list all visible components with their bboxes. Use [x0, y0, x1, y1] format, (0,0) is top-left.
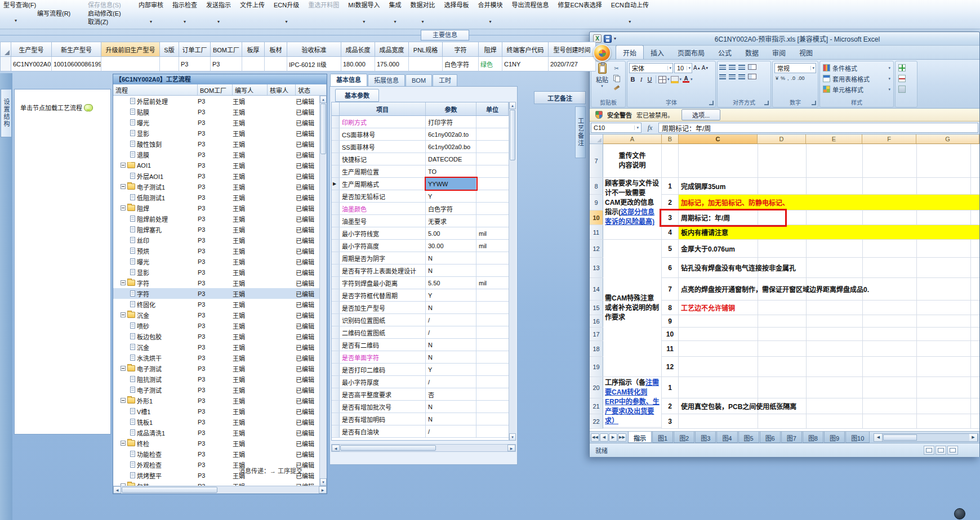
param-value-cell[interactable]: N — [426, 339, 476, 351]
dropdown-arrow-icon[interactable]: ▾ — [15, 18, 86, 23]
process-node-row[interactable]: 功能检查 P3 王娟 已编辑 — [113, 449, 319, 459]
toolbar-write-flow-button[interactable]: 编写流程(R) — [35, 10, 86, 18]
param-row[interactable]: 是否有字符上表面处理设计 N — [332, 265, 509, 277]
cell-value[interactable] — [242, 57, 265, 71]
scroll-right-button[interactable]: ▶ — [507, 445, 515, 451]
toolbar-item[interactable]: 指示检查 ▾ — [168, 1, 202, 27]
param-row[interactable]: 最小字符厚度 / — [332, 376, 509, 388]
param-value-cell[interactable]: N — [426, 351, 476, 363]
page-layout-view-button[interactable] — [936, 446, 946, 455]
sheet-tab[interactable]: 图9 — [824, 432, 845, 443]
toolbar-cancel-button[interactable]: 取消(Z) — [86, 18, 126, 26]
param-value-cell[interactable]: TO — [426, 165, 476, 177]
row-header[interactable]: 22 — [590, 414, 603, 428]
param-row[interactable]: 生产周期格式 YYWW — [332, 178, 509, 190]
param-value-cell[interactable]: N — [426, 302, 476, 313]
dropdown-arrow-icon[interactable]: ▾ — [217, 19, 220, 24]
row-selector[interactable] — [332, 277, 340, 289]
column-header[interactable]: 终端客户代码 — [502, 42, 549, 57]
param-value-cell[interactable]: 否 — [426, 388, 476, 400]
param-row[interactable]: 周期是否为阴字 N — [332, 252, 509, 265]
process-node-row[interactable]: 丝印 P3 王娟 已编辑 — [113, 235, 319, 245]
row-selector[interactable] — [332, 252, 340, 264]
ribbon-tab[interactable]: 页面布局 — [671, 46, 711, 59]
process-node-row[interactable]: V槽1 P3 王娟 已编辑 — [113, 406, 319, 416]
cell-value[interactable]: 10010600086199 — [52, 57, 101, 71]
conditional-format-button[interactable]: 条件格式 ▾ — [822, 63, 892, 73]
cell-col-c[interactable]: 使用真空包装，PCB之间使用纸张隔离 — [679, 398, 979, 414]
row-selector[interactable] — [332, 240, 340, 252]
sheet-tab[interactable]: 图4 — [716, 432, 737, 443]
sheet-tab[interactable]: 图7 — [781, 432, 802, 443]
cell-col-c[interactable]: 工艺边不允许铺铜 — [679, 301, 979, 315]
column-header[interactable]: PNL规格 — [409, 42, 443, 57]
param-value-cell[interactable]: 5.50 — [426, 277, 476, 289]
scroll-right-button[interactable]: ▶ — [319, 486, 327, 494]
tree-column-header[interactable]: 核审人 — [268, 84, 296, 95]
param-row[interactable]: 字符到焊盘最小距离 5.50 mil — [332, 277, 509, 289]
dropdown-arrow-icon[interactable]: ▾ — [394, 19, 396, 24]
row-header[interactable]: 17 — [590, 328, 603, 340]
ribbon-tab[interactable]: 审阅 — [765, 46, 792, 59]
dropdown-arrow-icon[interactable]: ▾ — [888, 77, 890, 81]
vertical-scrollbar[interactable]: ▲ ▼ — [509, 102, 516, 441]
process-node-row[interactable]: 显影 P3 王娟 已编辑 — [113, 128, 319, 138]
row-header[interactable]: 18 — [590, 341, 603, 356]
cell-col-b[interactable]: 2 — [662, 195, 679, 210]
process-node-row[interactable]: 板边包胶 P3 王娟 已编辑 — [113, 331, 319, 342]
row-header[interactable]: 16 — [590, 315, 603, 327]
dropdown-arrow-icon[interactable]: ▾ — [888, 87, 890, 92]
row-selector[interactable] — [332, 265, 340, 276]
cell-col-c[interactable] — [679, 341, 979, 356]
column-header[interactable]: 订单工厂 — [179, 42, 211, 57]
ribbon-tab[interactable]: 开始 — [616, 45, 644, 59]
row-selector[interactable] — [332, 425, 340, 437]
cell-value[interactable] — [160, 57, 179, 71]
param-value-cell[interactable]: 白色字符 — [426, 203, 476, 214]
param-value-cell[interactable]: 5.00 — [426, 227, 476, 239]
font-name-select[interactable]: 宋体▾ — [629, 63, 673, 73]
param-value-cell[interactable]: 30.00 — [426, 240, 476, 252]
row-header[interactable]: 7 — [590, 144, 603, 177]
scrollbar-track[interactable] — [436, 445, 507, 451]
scroll-right-button[interactable]: ▶ — [969, 434, 978, 441]
process-node-row[interactable]: 沉金 P3 王娟 已编辑 — [113, 342, 319, 352]
comma-format-icon[interactable]: , — [787, 75, 789, 81]
detail-tab[interactable]: BOM — [406, 74, 432, 86]
currency-format-icon[interactable]: ¥ — [776, 75, 778, 81]
process-node-row[interactable]: 酸性蚀刻 P3 王娟 已编辑 — [113, 138, 319, 149]
dropdown-arrow-icon[interactable]: ▾ — [421, 19, 424, 24]
column-header[interactable]: 新生产型号 — [52, 42, 101, 57]
cell-col-c[interactable]: 加标记，加无铅标记、防静电标记、 — [679, 195, 979, 210]
quick-access-dropdown-icon[interactable]: ▾ — [614, 36, 616, 41]
cell-value[interactable]: P3 — [211, 57, 242, 71]
dropdown-arrow-icon[interactable]: ▾ — [286, 19, 288, 24]
param-value-cell[interactable]: DATECODE — [426, 153, 476, 165]
dropdown-arrow-icon[interactable]: ▾ — [363, 19, 365, 24]
scrollbar-thumb[interactable] — [320, 104, 326, 154]
param-row[interactable]: 是否有增加明码 N — [332, 413, 509, 425]
cut-icon[interactable]: ✂ — [612, 65, 621, 72]
collapse-icon[interactable] — [121, 441, 126, 446]
dropdown-arrow-icon[interactable]: ▾ — [629, 19, 631, 24]
param-row[interactable]: 快捷标记 DATECODE — [332, 153, 509, 165]
param-value-cell[interactable]: Y — [426, 289, 476, 301]
sheet-tab[interactable]: 图3 — [695, 432, 716, 443]
collapse-icon[interactable] — [121, 483, 126, 486]
process-node-row[interactable]: 电子测试 P3 王娟 已编辑 — [113, 384, 319, 395]
dock-tab-structure[interactable]: 设置结构 — [1, 89, 12, 137]
cell-value[interactable]: C1NY — [502, 57, 549, 71]
toolbar-item[interactable]: 选择母板 ▾ — [439, 1, 473, 27]
formula-input[interactable]: 周期标记：年/周 — [658, 123, 978, 133]
font-size-select[interactable]: 10▾ — [674, 63, 692, 73]
last-sheet-button[interactable]: ▶▶ — [618, 433, 626, 442]
subtab-basic-params[interactable]: 基本参数 — [335, 89, 379, 102]
office-button[interactable] — [593, 44, 611, 62]
ribbon-tab[interactable]: 插入 — [644, 46, 671, 59]
column-header[interactable]: 板材 — [265, 42, 287, 57]
delete-cells-button[interactable] — [897, 74, 915, 83]
row-header[interactable]: 10 — [590, 210, 603, 225]
select-all-corner[interactable] — [590, 135, 603, 144]
process-node-row[interactable]: 显影 P3 王娟 已编辑 — [113, 267, 319, 277]
column-header[interactable]: A — [603, 135, 662, 144]
